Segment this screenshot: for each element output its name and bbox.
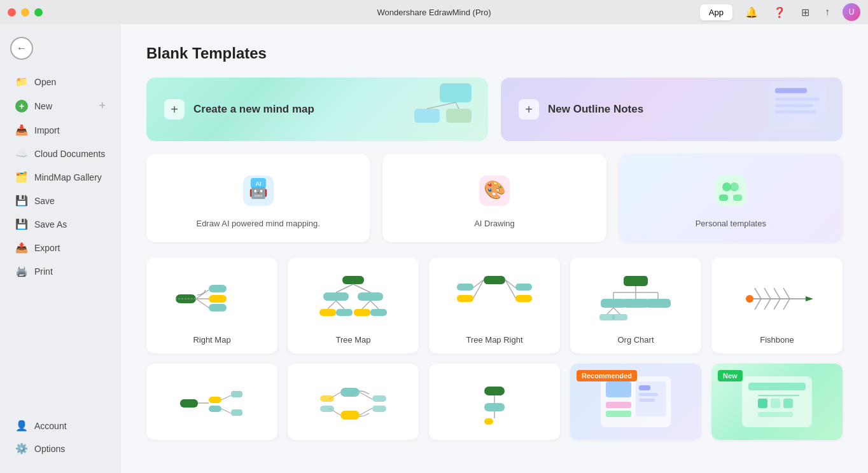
bell-icon[interactable]: 🔔	[743, 4, 760, 21]
share-icon[interactable]: ↑	[822, 4, 832, 20]
svg-line-3	[427, 102, 456, 109]
svg-rect-91	[320, 395, 334, 402]
tree-map-right-preview	[439, 270, 550, 327]
outline-illustration	[762, 79, 832, 141]
sidebar-item-import[interactable]: 📥 Import	[5, 119, 116, 141]
svg-line-43	[505, 280, 517, 289]
svg-rect-83	[340, 388, 360, 397]
right-map-label: Right Map	[193, 335, 230, 345]
svg-line-71	[755, 299, 761, 310]
grid-icon[interactable]: ⊞	[799, 4, 812, 21]
svg-line-67	[755, 288, 761, 299]
svg-rect-46	[515, 295, 532, 302]
sidebar-item-saveas[interactable]: 💾 Save As	[5, 213, 116, 235]
svg-line-70	[783, 288, 790, 299]
sidebar-label-export: Export	[34, 243, 60, 253]
page-title: Blank Templates	[146, 45, 843, 62]
svg-rect-33	[358, 292, 383, 301]
hero-plus-icon: +	[164, 99, 185, 120]
new-outline-card[interactable]: + New Outline Notes	[501, 78, 843, 141]
svg-line-4	[456, 102, 459, 109]
template-bottom-new[interactable]: New	[711, 364, 843, 440]
sidebar-item-gallery[interactable]: 🗂️ MindMap Gallery	[5, 166, 116, 188]
sidebar-item-cloud[interactable]: ☁️ Cloud Documents	[5, 142, 116, 165]
sidebar-item-options[interactable]: ⚙️ Options	[5, 437, 116, 460]
sidebar-label-print: Print	[34, 266, 53, 277]
svg-rect-20	[733, 195, 742, 201]
fishbone-preview	[722, 270, 832, 327]
sidebar-item-export[interactable]: 📤 Export	[5, 236, 116, 259]
svg-rect-88	[372, 406, 386, 412]
hero-mindmap-label: Create a new mind map	[193, 103, 314, 116]
svg-rect-45	[515, 284, 532, 291]
traffic-lights	[8, 8, 43, 17]
cloud-icon: ☁️	[15, 147, 28, 160]
sidebar: ← 📁 Open + New + 📥 Import ☁️ Cloud Docum…	[0, 24, 121, 473]
svg-rect-2	[446, 109, 472, 123]
template-tree-map-right[interactable]: Tree Map Right	[429, 257, 560, 353]
sidebar-label-open: Open	[34, 77, 56, 87]
sidebar-label-cloud: Cloud Documents	[34, 149, 105, 159]
back-button[interactable]: ←	[10, 37, 33, 60]
minimize-button[interactable]	[21, 8, 29, 17]
svg-rect-107	[748, 383, 806, 390]
tree-map-right-label: Tree Map Right	[466, 335, 522, 345]
sidebar-item-save[interactable]: 💾 Save	[5, 189, 116, 212]
new-plus-icon: +	[15, 100, 28, 113]
ai-drawing-card[interactable]: 🎨 AI Drawing	[382, 154, 606, 242]
svg-rect-59	[645, 299, 671, 308]
svg-rect-57	[601, 299, 626, 308]
sidebar-item-open[interactable]: 📁 Open	[5, 71, 116, 93]
template-bottom-3[interactable]	[429, 364, 560, 440]
svg-line-38	[362, 301, 370, 309]
svg-line-80	[221, 409, 231, 413]
account-icon: 👤	[15, 420, 28, 432]
close-button[interactable]	[8, 8, 16, 17]
create-mindmap-card[interactable]: + Create a new mind map	[146, 78, 488, 141]
svg-rect-42	[484, 276, 505, 284]
open-icon: 📁	[15, 76, 28, 88]
sidebar-label-gallery: MindMap Gallery	[34, 172, 102, 182]
svg-line-47	[472, 280, 484, 289]
sidebar-label-save: Save	[34, 196, 55, 206]
ai-drawing-icon-wrap: 🎨	[475, 172, 514, 210]
help-icon[interactable]: ❓	[771, 4, 788, 21]
svg-rect-111	[783, 399, 793, 408]
new-add-icon[interactable]: +	[99, 99, 106, 113]
svg-line-39	[370, 301, 379, 309]
svg-rect-105	[639, 399, 655, 402]
avatar[interactable]: U	[843, 3, 860, 21]
template-grid-bottom: Recommended New	[146, 364, 843, 440]
svg-rect-75	[180, 399, 198, 408]
template-bottom-2[interactable]	[288, 364, 419, 440]
svg-line-86	[360, 408, 372, 415]
template-fishbone[interactable]: Fishbone	[711, 257, 843, 353]
ai-mindmap-card[interactable]: 🤖 AI Edraw AI powered mind mapping.	[146, 154, 370, 242]
svg-rect-112	[758, 412, 793, 417]
personal-templates-card[interactable]: Personal templates	[619, 154, 843, 242]
svg-text:AI: AI	[255, 181, 261, 187]
svg-rect-19	[719, 195, 728, 201]
mindmap-illustration	[402, 78, 478, 141]
gallery-icon: 🗂️	[15, 171, 28, 183]
sidebar-item-print[interactable]: 🖨️ Print	[5, 260, 116, 282]
template-tree-map[interactable]: Tree Map	[288, 257, 419, 353]
app-button[interactable]: App	[700, 4, 732, 20]
svg-rect-50	[457, 295, 473, 302]
svg-rect-63	[612, 314, 627, 320]
template-bottom-recommended[interactable]: Recommended	[570, 364, 701, 440]
import-icon: 📥	[15, 124, 28, 136]
template-org-chart[interactable]: Org Chart	[570, 257, 701, 353]
sidebar-item-account[interactable]: 👤 Account	[5, 415, 116, 437]
svg-text:🎨: 🎨	[483, 179, 505, 200]
template-bottom-1[interactable]	[146, 364, 277, 440]
maximize-button[interactable]	[34, 8, 43, 17]
sidebar-label-account: Account	[34, 421, 67, 431]
export-icon: 📤	[15, 242, 28, 254]
svg-rect-41	[370, 309, 387, 316]
fishbone-label: Fishbone	[760, 335, 794, 345]
svg-rect-9	[775, 111, 816, 114]
svg-line-85	[360, 392, 372, 399]
sidebar-item-new[interactable]: + New +	[5, 94, 116, 118]
template-right-map[interactable]: Right Map	[146, 257, 277, 353]
